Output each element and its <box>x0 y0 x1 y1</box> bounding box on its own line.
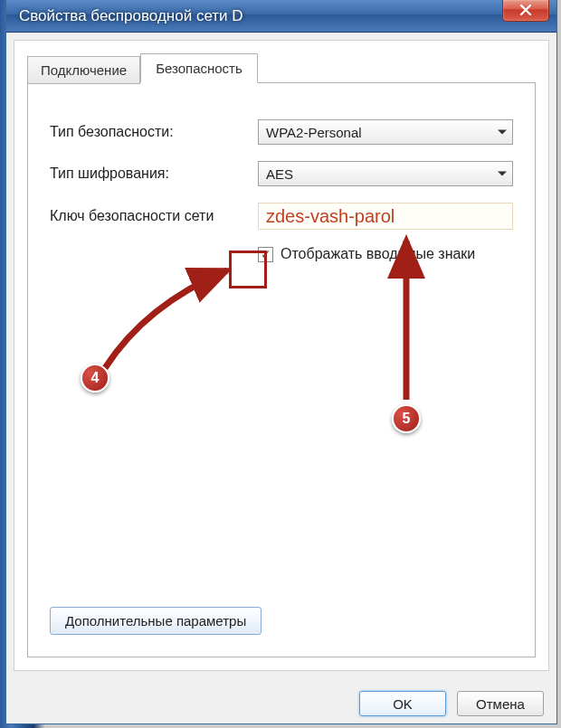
dialog-window: Свойства беспроводной сети D Подключение… <box>5 0 557 724</box>
annotation-arrow-4 <box>91 260 245 377</box>
cancel-button[interactable]: Отмена <box>457 691 544 716</box>
window-title: Свойства беспроводной сети D <box>19 7 243 25</box>
tab-security[interactable]: Безопасность <box>140 53 258 83</box>
row-security-key: Ключ безопасности сети zdes-vash-parol <box>50 203 513 230</box>
row-encryption: Тип шифрования: AES <box>50 161 513 186</box>
close-button[interactable] <box>502 0 549 22</box>
label-show-chars: Отображать вводимые знаки <box>280 246 475 262</box>
tab-bar: Подключение Безопасность <box>27 53 536 83</box>
titlebar[interactable]: Свойства беспроводной сети D <box>6 0 556 33</box>
select-security-type[interactable]: WPA2-Personal <box>258 119 513 145</box>
dialog-button-bar: OK Отмена <box>6 678 556 723</box>
checkbox-show-chars[interactable]: ✓ <box>258 247 273 262</box>
tab-panel-security: Тип безопасности: WPA2-Personal Тип шифр… <box>27 82 536 657</box>
advanced-settings-button[interactable]: Дополнительные параметры <box>50 607 261 635</box>
close-icon <box>520 4 531 18</box>
annotation-marker-4: 4 <box>81 364 109 392</box>
tab-connection[interactable]: Подключение <box>27 56 140 84</box>
input-security-key-value: zdes-vash-parol <box>266 206 395 227</box>
select-security-type-value: WPA2-Personal <box>266 125 362 140</box>
client-area: Подключение Безопасность Тип безопасност… <box>14 40 549 671</box>
select-encryption-value: AES <box>266 166 293 182</box>
row-show-chars: ✓ Отображать вводимые знаки <box>258 246 513 262</box>
label-security-type: Тип безопасности: <box>50 124 258 140</box>
ok-button[interactable]: OK <box>359 691 446 716</box>
input-security-key[interactable]: zdes-vash-parol <box>258 203 513 230</box>
label-security-key: Ключ безопасности сети <box>50 208 258 224</box>
label-encryption: Тип шифрования: <box>50 165 258 182</box>
annotation-marker-5: 5 <box>392 404 421 433</box>
row-security-type: Тип безопасности: WPA2-Personal <box>50 119 513 145</box>
check-icon: ✓ <box>261 247 271 261</box>
chevron-down-icon <box>498 172 507 176</box>
select-encryption[interactable]: AES <box>258 161 513 186</box>
chevron-down-icon <box>498 130 507 135</box>
